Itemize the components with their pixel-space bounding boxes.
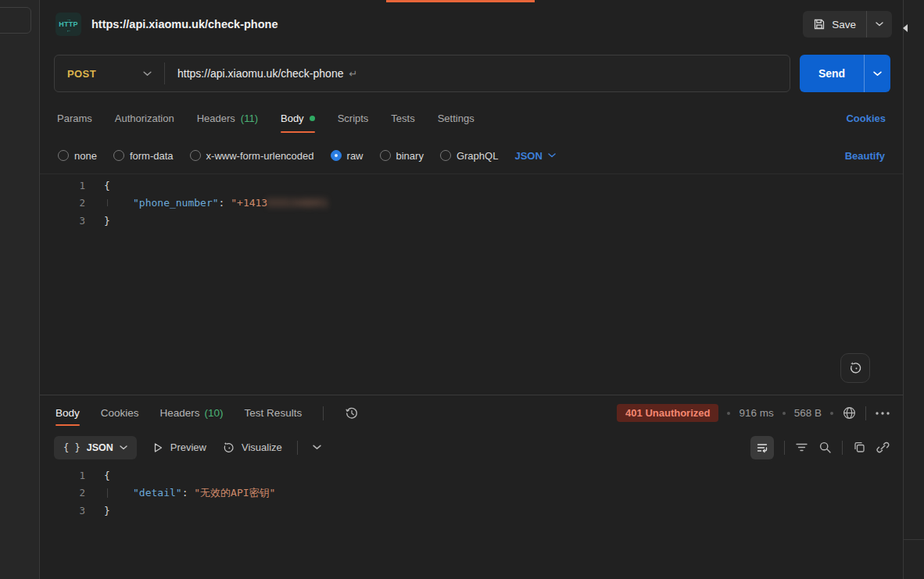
preview-button[interactable]: Preview: [152, 441, 206, 454]
braces-icon: { }: [63, 442, 81, 453]
request-tabs: Params Authorization Headers (11) Body S…: [40, 98, 903, 138]
response-body-editor[interactable]: 1 { 2 "detail": "无效的API密钥" 3 }: [40, 464, 903, 579]
chevron-down-icon: [143, 71, 152, 77]
body-mode-row: none form-data x-www-form-urlencoded raw…: [40, 138, 903, 173]
divider: [297, 441, 298, 455]
tab-params[interactable]: Params: [57, 98, 92, 138]
radio-form-data[interactable]: [113, 150, 124, 161]
send-button[interactable]: Send: [800, 55, 890, 92]
json-key: "detail": [133, 487, 182, 499]
code-line: 1 {: [40, 466, 903, 484]
response-toolbar: { } JSON Preview Visualize: [40, 431, 903, 464]
code-line: 1 {: [40, 177, 903, 195]
json-value-visible: "+1413: [231, 197, 267, 209]
status-badge[interactable]: 401 Unauthorized: [617, 404, 718, 422]
response-header: Body Cookies Headers (10) Test Results 4…: [40, 395, 903, 431]
json-key: "phone_number": [133, 197, 219, 209]
tab-tests[interactable]: Tests: [391, 98, 414, 138]
history-button[interactable]: [345, 406, 359, 420]
left-sidebar: [0, 0, 40, 579]
postbot-button[interactable]: [840, 353, 870, 383]
postbot-icon: [847, 360, 863, 376]
response-time[interactable]: 916 ms: [739, 407, 773, 419]
link-button[interactable]: [876, 441, 890, 454]
response-status: 401 Unauthorized 916 ms 568 B: [617, 404, 890, 422]
code-line: 3 }: [40, 212, 903, 230]
body-modified-dot: [310, 116, 315, 121]
mode-none[interactable]: none: [58, 150, 97, 162]
headers-count-badge: (10): [205, 407, 224, 419]
send-options-button[interactable]: [865, 55, 890, 92]
mode-urlencoded[interactable]: x-www-form-urlencoded: [190, 150, 314, 162]
mode-graphql[interactable]: GraphQL: [440, 150, 498, 162]
response-tab-body[interactable]: Body: [56, 395, 80, 431]
send-button-main[interactable]: Send: [800, 55, 864, 92]
tab-settings[interactable]: Settings: [438, 98, 475, 138]
dot-separator: [783, 412, 786, 415]
radio-raw-selected[interactable]: [331, 150, 342, 161]
visualize-icon: [221, 441, 235, 455]
filter-button[interactable]: [795, 441, 808, 453]
cookies-link[interactable]: Cookies: [846, 113, 886, 124]
format-expand-button[interactable]: [313, 445, 321, 450]
mode-form-data[interactable]: form-data: [113, 150, 174, 162]
sidebar-stub[interactable]: [0, 7, 31, 34]
line-number: 2: [40, 487, 85, 499]
raw-language-select[interactable]: JSON: [514, 150, 555, 162]
response-tab-cookies[interactable]: Cookies: [101, 395, 139, 431]
save-options-button[interactable]: [867, 11, 892, 38]
radio-urlencoded[interactable]: [190, 150, 201, 161]
save-button-main[interactable]: Save: [803, 11, 866, 38]
more-options-button[interactable]: [875, 411, 890, 416]
code-line: 2 "phone_number": "+141355534801: [40, 195, 903, 213]
search-button[interactable]: [818, 441, 832, 454]
request-body-editor[interactable]: 1 { 2 "phone_number": "+141355534801 3 }: [40, 173, 903, 395]
tab-body[interactable]: Body: [281, 98, 315, 138]
return-icon: ↵: [349, 68, 357, 80]
headers-count-badge: (11): [241, 113, 258, 124]
save-label: Save: [832, 19, 856, 30]
url-container: POST https://api.xiaomu.uk/check-phone ↵: [54, 55, 790, 92]
copy-button[interactable]: [853, 441, 866, 454]
json-value-redacted: 55534801: [267, 197, 329, 209]
request-panel: → HTTP ← https://api.xiaomu.uk/check-pho…: [40, 0, 903, 579]
chevron-down-icon: [876, 22, 883, 27]
tab-headers[interactable]: Headers (11): [197, 98, 258, 138]
line-number: 1: [40, 180, 85, 191]
wrap-text-button[interactable]: [750, 436, 774, 459]
history-icon: [345, 406, 359, 420]
request-title: https://api.xiaomu.uk/check-phone: [91, 18, 278, 30]
dot-separator: [830, 412, 833, 415]
url-input[interactable]: https://api.xiaomu.uk/check-phone ↵: [165, 67, 370, 80]
code-line: 3 }: [40, 502, 903, 520]
tab-scripts[interactable]: Scripts: [338, 98, 369, 138]
mode-binary[interactable]: binary: [380, 150, 424, 162]
line-number: 2: [40, 197, 85, 209]
active-tab-indicator: [386, 0, 535, 2]
network-info-button[interactable]: [842, 406, 857, 420]
tab-authorization[interactable]: Authorization: [115, 98, 174, 138]
chevron-down-icon: [548, 153, 556, 158]
response-tab-test-results[interactable]: Test Results: [245, 395, 303, 431]
line-number: 3: [40, 215, 85, 227]
wrap-text-icon: [756, 441, 768, 454]
mode-raw[interactable]: raw: [331, 150, 364, 162]
beautify-link[interactable]: Beautify: [845, 150, 885, 162]
globe-icon: [842, 406, 857, 420]
save-button[interactable]: Save: [803, 11, 892, 38]
response-tab-headers[interactable]: Headers (10): [160, 395, 224, 431]
radio-binary[interactable]: [380, 150, 391, 161]
visualize-button[interactable]: Visualize: [221, 441, 282, 455]
response-format-select[interactable]: { } JSON: [54, 436, 137, 459]
divider: [323, 406, 324, 420]
method-selector[interactable]: POST: [55, 55, 164, 91]
collapse-arrow-icon[interactable]: [903, 24, 908, 32]
send-label: Send: [818, 67, 845, 80]
divider: [865, 406, 866, 420]
radio-graphql[interactable]: [440, 150, 451, 161]
radio-none[interactable]: [58, 150, 69, 161]
response-size[interactable]: 568 B: [794, 407, 822, 419]
chevron-down-icon: [873, 71, 882, 77]
divider: [784, 441, 785, 455]
http-method-icon: → HTTP ←: [56, 13, 81, 36]
